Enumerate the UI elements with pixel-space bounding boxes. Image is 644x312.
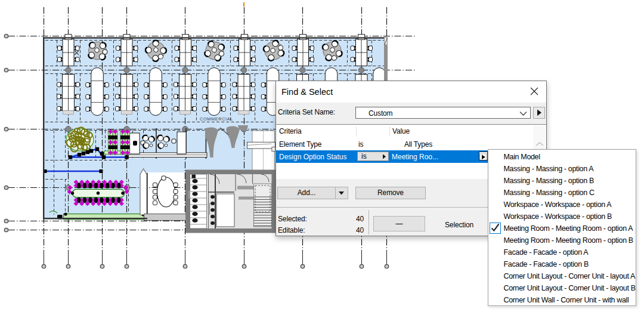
svg-text:COMMERCIAL: COMMERCIAL <box>200 116 233 122</box>
